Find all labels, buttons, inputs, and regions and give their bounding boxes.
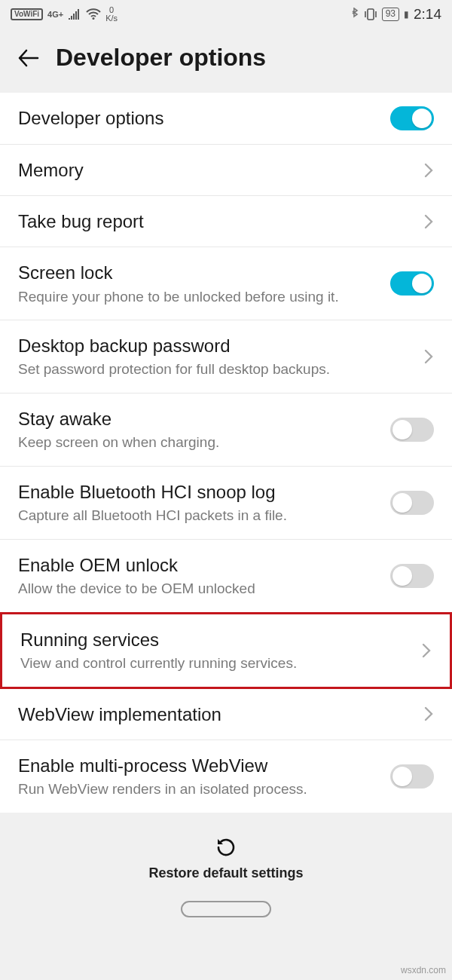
wifi-icon <box>86 8 101 20</box>
svg-rect-1 <box>368 9 374 20</box>
row-bt-hci-snoop[interactable]: Enable Bluetooth HCI snoop log Capture a… <box>0 467 452 540</box>
toggle-screen-lock[interactable] <box>390 271 434 296</box>
status-left: VoWiFi 4G+ 0 K/s <box>11 6 118 23</box>
gesture-nav-pill[interactable] <box>181 901 271 917</box>
chevron-right-icon <box>421 642 432 659</box>
row-title: Take bug report <box>18 210 414 233</box>
row-subtitle: Run WebView renders in an isolated proce… <box>18 780 381 799</box>
row-oem-unlock[interactable]: Enable OEM unlock Allow the device to be… <box>0 540 452 613</box>
row-title: Enable OEM unlock <box>18 553 381 577</box>
status-right: 93 ▮ 2:14 <box>350 6 441 23</box>
row-title: Running services <box>20 628 412 651</box>
arrow-left-icon <box>15 45 41 71</box>
row-memory[interactable]: Memory <box>0 145 452 196</box>
settings-list: Developer options Memory Take bug report… <box>0 93 452 813</box>
svg-point-0 <box>93 17 95 20</box>
chevron-right-icon <box>423 706 434 722</box>
page-title: Developer options <box>56 44 266 72</box>
toggle-stay-awake[interactable] <box>390 418 434 442</box>
toggle-bt-hci-snoop[interactable] <box>390 491 434 515</box>
vibrate-icon <box>364 8 377 21</box>
toggle-oem-unlock[interactable] <box>390 564 434 588</box>
back-button[interactable] <box>15 45 41 71</box>
row-title: Screen lock <box>18 261 381 284</box>
network-speed: 0 K/s <box>105 6 118 23</box>
row-title: Desktop backup password <box>18 334 414 357</box>
chevron-right-icon <box>423 213 434 230</box>
signal-icon <box>68 9 81 20</box>
network-indicator: 4G+ <box>47 10 63 19</box>
row-title: Stay awake <box>18 407 381 430</box>
chevron-right-icon <box>423 348 434 365</box>
row-webview-implementation[interactable]: WebView implementation <box>0 689 452 740</box>
row-bug-report[interactable]: Take bug report <box>0 196 452 247</box>
row-desktop-backup-password[interactable]: Desktop backup password Set password pro… <box>0 320 452 394</box>
vowifi-badge: VoWiFi <box>11 8 43 20</box>
row-subtitle: Set password protection for full desktop… <box>18 360 414 379</box>
row-developer-options[interactable]: Developer options <box>0 93 452 145</box>
battery-indicator: 93 <box>382 8 399 21</box>
restore-label: Restore default settings <box>148 865 303 881</box>
clock: 2:14 <box>414 6 441 23</box>
row-screen-lock[interactable]: Screen lock Require your phone to be unl… <box>0 247 452 320</box>
row-title: Enable multi-process WebView <box>18 754 381 777</box>
footer-bar: Restore default settings <box>0 813 452 933</box>
bluetooth-icon <box>350 8 359 21</box>
row-subtitle: Capture all Bluetooth HCI packets in a f… <box>18 507 381 525</box>
row-subtitle: Require your phone to be unlocked before… <box>18 288 381 307</box>
row-multiprocess-webview[interactable]: Enable multi-process WebView Run WebView… <box>0 740 452 813</box>
restore-defaults-button[interactable]: Restore default settings <box>148 835 303 881</box>
status-bar: VoWiFi 4G+ 0 K/s 93 ▮ 2:14 <box>0 0 452 26</box>
watermark: wsxdn.com <box>401 965 446 975</box>
row-stay-awake[interactable]: Stay awake Keep screen on when charging. <box>0 394 452 467</box>
app-bar: Developer options <box>0 26 452 93</box>
battery-tip-icon: ▮ <box>404 9 409 20</box>
toggle-developer-options[interactable] <box>390 106 434 130</box>
row-title: WebView implementation <box>18 703 414 726</box>
row-subtitle: Allow the device to be OEM unlocked <box>18 580 381 599</box>
row-subtitle: View and control currently running servi… <box>20 654 412 673</box>
row-subtitle: Keep screen on when charging. <box>18 433 381 452</box>
toggle-multiprocess-webview[interactable] <box>390 764 434 789</box>
row-title: Enable Bluetooth HCI snoop log <box>18 480 381 504</box>
row-title: Memory <box>18 158 414 182</box>
row-running-services[interactable]: Running services View and control curren… <box>0 612 452 689</box>
chevron-right-icon <box>423 162 434 179</box>
restore-icon <box>214 835 238 859</box>
row-title: Developer options <box>18 106 381 130</box>
